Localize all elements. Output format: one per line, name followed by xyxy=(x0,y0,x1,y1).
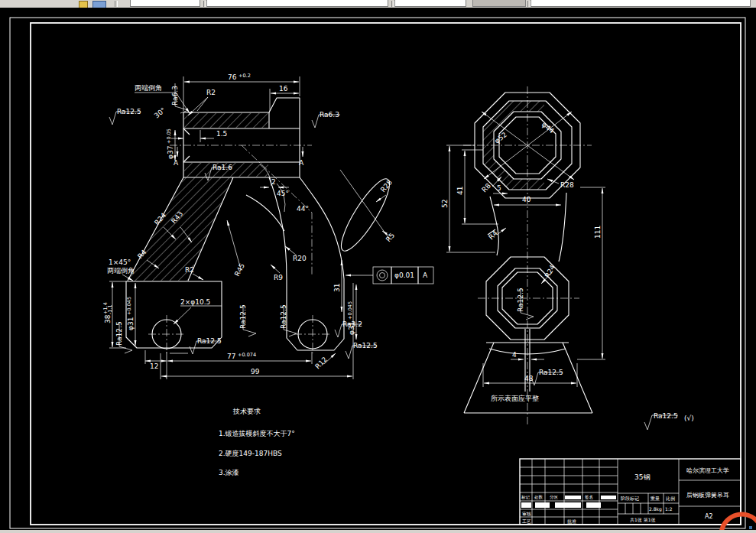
label-1x45: 1×45° xyxy=(109,258,131,266)
tb-row-check: 审核 xyxy=(522,511,531,516)
finish-ra12-5-underboss: Ra12.5 xyxy=(197,337,222,345)
finish-ra1-6-bore: Ra1.6 xyxy=(213,164,232,171)
label-r2-mid: R2 xyxy=(185,266,194,274)
tb-row-process: 工艺 xyxy=(522,518,531,524)
finish-ra12-5-topleft: Ra12.5 xyxy=(117,108,141,115)
finish-ra12-5-rightboss: Ra12.5 xyxy=(353,342,378,349)
tb-scale-value: 1:2 xyxy=(665,506,673,512)
dim-4: 4 xyxy=(512,351,517,359)
cad-application-window: { "toolbar": { "icons": ["yellow-tool-ic… xyxy=(0,0,756,533)
finish-ra6-3-left: Ra6.3 xyxy=(171,86,179,106)
dim-52: 52 xyxy=(441,200,449,208)
tech-req-title: 技术要求 xyxy=(232,408,261,415)
finish-ra12-5-bottom-side: Ra12.5 xyxy=(539,369,563,376)
dim-16: 16 xyxy=(279,85,288,93)
dim-41: 41 xyxy=(456,187,464,195)
tb-school: 哈尔滨理工大学 xyxy=(686,467,729,474)
dim-phi37: φ37 xyxy=(167,146,174,159)
dim-40: 40 xyxy=(522,196,531,203)
dim-76-tol: +0.2 xyxy=(238,73,251,79)
tb-col-sign: 签名 xyxy=(585,495,593,500)
dim-76: 76 xyxy=(228,73,237,81)
finish-ra3-2: Ra3.2 xyxy=(342,320,362,328)
tb-stage-label: 阶段标记 xyxy=(621,496,639,502)
tb-col-count: 处数 xyxy=(534,495,543,500)
tech-req-item-1: 1.锻造拔模斜度不大于7° xyxy=(219,430,295,437)
dim-111: 111 xyxy=(594,226,602,239)
cad-drawing-canvas[interactable]: A A 76 +0.2 16 1.5 φ37 +0.05 2 45° 44° xyxy=(0,0,756,533)
finish-ra12-5-rightboss-vert: Ra12.5 xyxy=(280,304,287,329)
dim-38-tol-dn: -1.1 xyxy=(107,304,113,314)
gdt-datum: A xyxy=(423,271,428,279)
tech-req-item-3: 3.涂漆 xyxy=(219,469,239,476)
tb-col-mark: 标记 xyxy=(521,495,530,500)
label-r20: R20 xyxy=(293,255,307,262)
tb-weight-value: 2.8kg xyxy=(649,506,662,512)
dim-phi31-left-tol: +0.045 xyxy=(126,297,132,315)
label-r2-top: R2 xyxy=(206,89,216,96)
finish-ra6-3-right: Ra6.3 xyxy=(320,111,339,119)
tb-part-name: 后钢板弹簧吊耳 xyxy=(686,492,729,499)
dim-77: 77 xyxy=(227,353,235,360)
dim-48: 48 xyxy=(524,375,534,382)
label-r28-side: R28 xyxy=(560,181,574,189)
tech-req-item-2: 2.硬度149-187HBS xyxy=(219,450,282,457)
status-strip xyxy=(0,530,756,533)
finish-ra12-5-left-vert: Ra12.5 xyxy=(115,321,123,346)
gdt-value: φ0.01 xyxy=(394,271,414,279)
general-roughness-paren: (√) xyxy=(684,414,694,422)
dim-phi37-tol: +0.05 xyxy=(166,128,172,144)
label-r9: R9 xyxy=(274,274,283,281)
label-2xphi10-5: 2×φ10.5 xyxy=(180,298,210,306)
general-roughness-value: Ra12.5 xyxy=(654,412,678,420)
dim-phi31-left: φ31 xyxy=(127,317,135,330)
section-label-a1: A xyxy=(174,159,179,167)
dim-38: 38 xyxy=(104,314,112,323)
section-label-a2: A xyxy=(299,159,304,167)
dim-44deg: 44° xyxy=(297,205,309,213)
dim-2: 2 xyxy=(271,178,276,186)
tb-sheet-info: 共1张 第1张 xyxy=(630,517,656,523)
tb-material: 35钢 xyxy=(634,473,650,481)
dim-31: 31 xyxy=(333,284,341,292)
tb-weight-label: 重量 xyxy=(650,496,660,501)
dim-1-5: 1.5 xyxy=(216,130,227,138)
dim-12: 12 xyxy=(150,362,158,370)
dim-5: 5 xyxy=(497,184,501,192)
finish-ra12-5-bore-side: Ra12.5 xyxy=(517,288,524,312)
tb-col-zone: 分区 xyxy=(550,495,559,499)
note-surface-flat: 所示表面应平整 xyxy=(491,395,539,402)
note-chamfer-top: 两端倒角 xyxy=(135,84,162,92)
dim-45deg: 45° xyxy=(277,190,289,197)
dim-77-tol: +0.074 xyxy=(238,352,256,358)
tb-paper-size: A2 xyxy=(705,513,713,520)
note-chamfer-bottom: 两端倒角 xyxy=(107,267,135,275)
tb-scale-label: 比例 xyxy=(666,496,675,502)
dim-phi31-right-tol: +0.045 xyxy=(347,301,353,320)
dim-99: 99 xyxy=(251,368,260,375)
tb-row-approve: 批准 xyxy=(567,518,576,525)
finish-ra12-5-mid-vert: Ra12.5 xyxy=(239,304,247,329)
